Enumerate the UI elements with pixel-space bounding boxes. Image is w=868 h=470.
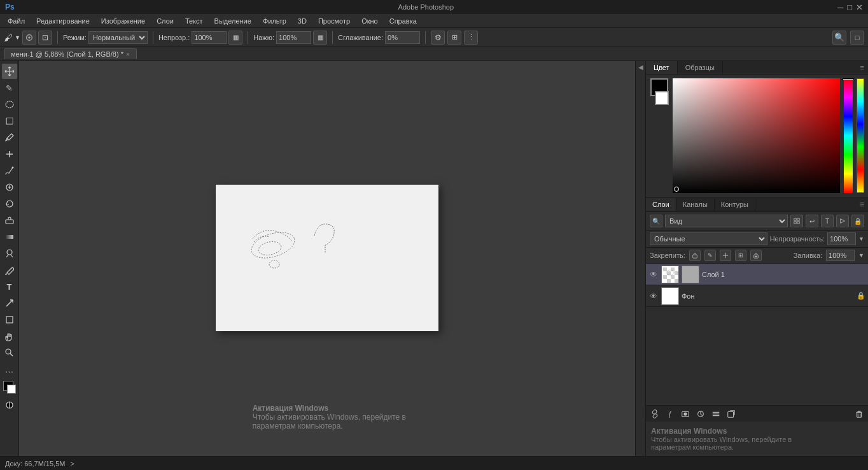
brush-options-btn[interactable]: ⊡ — [38, 31, 52, 45]
fill-dropdown-icon[interactable]: ▼ — [858, 252, 864, 259]
maximize-button[interactable]: □ — [847, 3, 852, 12]
color-tab[interactable]: Цвет — [646, 61, 678, 74]
pressure-toggle-btn[interactable]: ▦ — [313, 31, 327, 45]
menu-file[interactable]: Файл — [3, 16, 30, 26]
layer-mask-btn[interactable] — [679, 408, 692, 420]
workspace-btn[interactable]: □ — [850, 31, 864, 45]
layer-link-btn[interactable] — [648, 408, 661, 420]
mode-select[interactable]: Нормальный — [88, 31, 148, 44]
close-button[interactable]: ✕ — [856, 3, 863, 12]
menu-filter[interactable]: Фильтр — [258, 16, 291, 26]
dodge-btn[interactable] — [2, 246, 17, 261]
lock-transparent-btn[interactable] — [689, 250, 701, 261]
layer-group-btn[interactable] — [710, 408, 722, 420]
layer1-visibility-btn[interactable]: 👁 — [648, 269, 659, 280]
settings-btn[interactable]: ⚙ — [431, 31, 445, 45]
mode-toggle-btn[interactable] — [2, 397, 17, 413]
background-color-swatch[interactable] — [7, 385, 16, 394]
layers-panel-menu-btn[interactable]: ≡ — [856, 197, 868, 211]
menu-text[interactable]: Текст — [180, 16, 208, 26]
lock-position-btn[interactable] — [720, 250, 731, 261]
status-arrow[interactable]: > — [70, 460, 74, 467]
opacity-toggle-btn[interactable]: ▦ — [228, 31, 242, 45]
layer-icon-btn1[interactable] — [790, 215, 803, 227]
paths-tab[interactable]: Контуры — [715, 198, 755, 211]
history-brush-btn[interactable] — [2, 196, 17, 211]
color-opacity-slider[interactable] — [857, 78, 864, 193]
extra-btn[interactable]: … — [2, 362, 17, 377]
layer-adjustment-btn[interactable] — [694, 408, 707, 420]
bg-color-swatch[interactable] — [655, 91, 669, 105]
lock-artboard-btn[interactable]: ⊞ — [735, 250, 746, 261]
delete-layer-btn[interactable] — [853, 408, 865, 420]
minimize-button[interactable]: ─ — [837, 3, 843, 12]
layer-icon-btn5[interactable]: 🔒 — [851, 215, 864, 227]
brush-dropdown-arrow[interactable]: ▼ — [15, 34, 20, 41]
opacity-dropdown-icon[interactable]: ▼ — [858, 236, 864, 242]
opacity-row-input[interactable] — [827, 232, 856, 245]
menu-edit[interactable]: Редактирование — [31, 16, 95, 26]
panel-collapse-btn[interactable]: ◀ — [635, 61, 645, 456]
layer-row-layer1[interactable]: 👁 Слой 1 — [646, 264, 868, 285]
crop-btn[interactable] — [2, 113, 17, 129]
lasso-btn[interactable] — [2, 97, 17, 112]
menu-layers[interactable]: Слои — [151, 16, 179, 26]
svg-rect-11 — [794, 218, 796, 220]
lock-all-btn[interactable] — [750, 250, 762, 261]
move-tool-btn[interactable] — [2, 64, 17, 79]
eraser-btn[interactable] — [2, 213, 17, 228]
color-panel-menu-btn[interactable]: ≡ — [857, 61, 868, 74]
brush-settings-btn[interactable] — [22, 31, 36, 45]
layer-icon-btn2[interactable]: ↩ — [806, 215, 818, 227]
menu-help[interactable]: Справка — [384, 16, 422, 26]
layers-tab[interactable]: Слои — [646, 198, 676, 211]
layer-icon-btn4[interactable] — [836, 215, 849, 227]
path-selection-btn[interactable] — [2, 296, 17, 311]
menu-view[interactable]: Просмотр — [313, 16, 355, 26]
menu-window[interactable]: Окно — [356, 16, 383, 26]
opacity-input[interactable]: 100% — [192, 31, 227, 44]
layer-filter-select[interactable]: Вид — [665, 215, 788, 227]
layer-row-background[interactable]: 👁 Фон 🔒 — [646, 285, 868, 307]
channels-tab[interactable]: Каналы — [676, 198, 715, 211]
pressure-input[interactable]: 100% — [276, 31, 311, 44]
hand-btn[interactable] — [2, 329, 17, 344]
layer-fx-btn[interactable]: ƒ — [664, 408, 676, 420]
lock-image-btn[interactable]: ✎ — [704, 250, 716, 261]
swatches-tab[interactable]: Образцы — [678, 61, 723, 74]
menu-3d[interactable]: 3D — [293, 16, 312, 26]
type-btn[interactable]: T — [2, 279, 17, 294]
mode-label: Режим: — [63, 34, 87, 41]
close-tab-btn[interactable]: × — [126, 51, 130, 58]
menu-image[interactable]: Изображение — [96, 16, 150, 26]
healing-btn[interactable] — [2, 146, 17, 162]
title-controls[interactable]: ─ □ ✕ — [837, 3, 863, 12]
opacity-control: Непрозр.: 100% ▦ — [158, 31, 242, 45]
eyedropper-btn[interactable] — [2, 130, 17, 145]
symmetry-btn[interactable]: ⊞ — [447, 31, 461, 45]
background-visibility-btn[interactable]: 👁 — [648, 291, 659, 301]
menu-selection[interactable]: Выделение — [209, 16, 256, 26]
document-tab-item[interactable]: мени-1 @ 5,88% (Слой 1, RGB/8) * × — [4, 48, 137, 59]
brush-group-btn[interactable]: ✎ — [2, 80, 17, 96]
fill-row-input[interactable] — [826, 250, 855, 261]
hue-slider[interactable] — [844, 78, 853, 193]
document-canvas[interactable] — [216, 185, 438, 331]
clone-stamp-btn[interactable] — [2, 180, 17, 195]
layer-icon-btn3[interactable]: T — [821, 215, 834, 227]
layer-list: 👁 Слой 1 👁 Фон 🔒 — [646, 264, 868, 405]
svg-rect-12 — [797, 218, 799, 220]
gradient-btn[interactable] — [2, 229, 17, 245]
new-layer-btn[interactable] — [725, 408, 738, 420]
gradient-picker[interactable] — [673, 78, 840, 193]
blend-mode-select[interactable]: Обычные — [650, 232, 767, 245]
search-btn[interactable]: 🔍 — [832, 31, 846, 45]
fg-bg-color-btn[interactable] — [1, 378, 18, 396]
extras-btn[interactable]: ⋮ — [464, 31, 478, 45]
shape-btn[interactable] — [2, 312, 17, 327]
pen-btn[interactable] — [2, 262, 17, 278]
smoothing-input[interactable]: 0% — [385, 31, 420, 44]
zoom-btn[interactable] — [2, 345, 17, 360]
canvas-area[interactable]: Активация Windows Чтобы активировать Win… — [19, 61, 635, 456]
paint-brush-btn[interactable] — [2, 163, 17, 178]
